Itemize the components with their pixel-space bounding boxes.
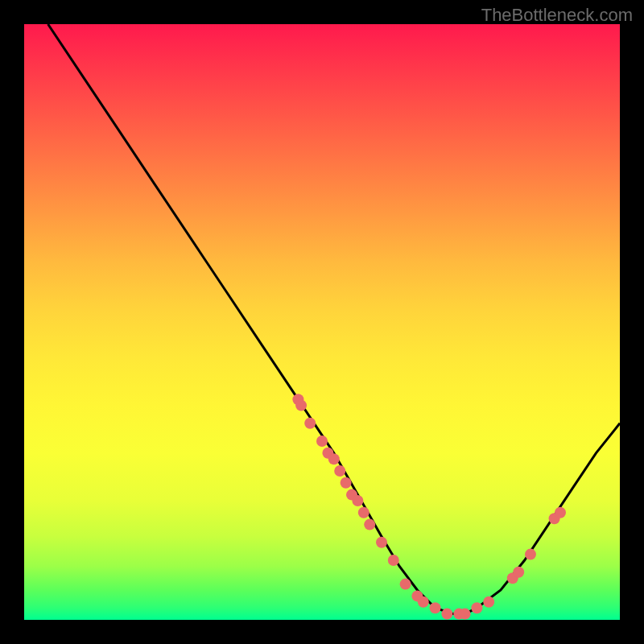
- chart-svg: [24, 24, 620, 620]
- data-marker: [334, 465, 345, 477]
- data-marker: [430, 602, 441, 613]
- data-marker: [441, 609, 452, 620]
- data-marker: [483, 597, 494, 608]
- data-marker: [295, 400, 307, 411]
- watermark-text: TheBottleneck.com: [481, 5, 633, 26]
- data-marker: [352, 495, 363, 506]
- bottleneck-curve: [48, 24, 620, 614]
- data-marker: [328, 453, 340, 464]
- data-marker: [364, 519, 375, 530]
- data-marker: [358, 507, 369, 518]
- data-marker: [555, 507, 566, 518]
- data-marker: [460, 609, 471, 620]
- data-markers: [292, 394, 566, 619]
- data-marker: [376, 537, 387, 548]
- data-marker: [525, 549, 536, 560]
- data-marker: [471, 602, 482, 613]
- data-marker: [418, 597, 429, 608]
- chart-plot-area: [24, 24, 620, 620]
- data-marker: [513, 567, 524, 578]
- data-marker: [400, 579, 411, 590]
- data-marker: [341, 477, 352, 489]
- data-marker: [316, 436, 328, 447]
- data-marker: [304, 418, 316, 429]
- data-marker: [388, 555, 399, 566]
